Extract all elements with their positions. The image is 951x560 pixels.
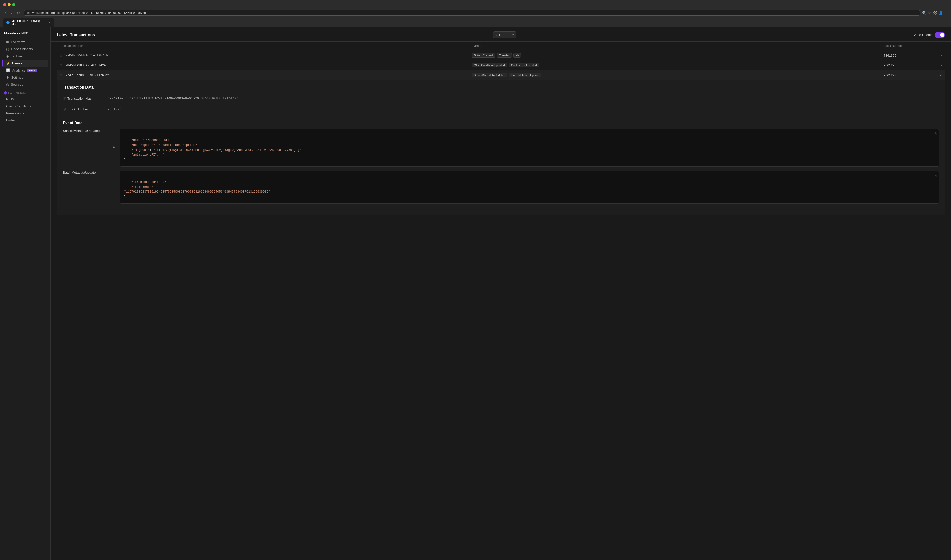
filter-select-wrapper: All Claimed Transfer Updated bbox=[493, 31, 516, 38]
event-tag: ClaimConditionsUpdated bbox=[472, 63, 507, 68]
event-tag: ContractURIUpdated bbox=[509, 63, 539, 68]
info-icon: ⓘ bbox=[63, 107, 66, 111]
menu-icon: ⋮ bbox=[945, 11, 948, 15]
close-button[interactable] bbox=[3, 3, 6, 6]
event-data-label: Event Data bbox=[63, 120, 939, 125]
transaction-data-section: Transaction Data ⓘ Transaction Hash 0x74… bbox=[63, 85, 939, 114]
beta-badge: BETA bbox=[28, 69, 37, 72]
tx-hash-value: 0x04561490354254ec074f476... bbox=[64, 63, 115, 67]
section-title: Latest Transactions bbox=[57, 33, 95, 37]
batch-metadata-code: ⎘ { "_fromTokenId": "0", "_toTokenId": "… bbox=[120, 171, 939, 204]
sidebar-item-events[interactable]: ⚡ Events bbox=[2, 60, 48, 67]
events-cell: ClaimConditionsUpdated ContractURIUpdate… bbox=[472, 63, 883, 68]
sidebar: Moonbase NFT ⊞ Overview { } Code Snippet… bbox=[0, 28, 51, 560]
refresh-button[interactable]: ↺ bbox=[15, 11, 22, 15]
data-row-hash: ⓘ Transaction Hash 0x74219ec08393fb17117… bbox=[63, 93, 939, 104]
event-tag: BatchMetadataUpdate bbox=[509, 73, 541, 77]
tx-hash-label: ⓘ Transaction Hash bbox=[63, 96, 103, 101]
settings-icon: ⚙ bbox=[6, 75, 9, 79]
table-row-expanded[interactable]: ⎘ 0x74219ec08393fb17117b3fb... SharedMet… bbox=[57, 70, 945, 80]
sidebar-item-code-snippets[interactable]: { } Code Snippets bbox=[2, 46, 48, 52]
event-tag: SharedMetadataUpdated bbox=[472, 73, 508, 77]
traffic-lights bbox=[3, 3, 15, 6]
event-data-row-batch: BatchMetadataUpdate ⎘ { "_fromTokenId": … bbox=[63, 171, 939, 204]
sidebar-item-sources[interactable]: ◎ Sources bbox=[2, 81, 48, 88]
address-bar[interactable]: thirdweb.com/moonbase-alpha/0x5647fb3dB4… bbox=[23, 10, 920, 16]
copy-icon[interactable]: ⎘ bbox=[60, 54, 62, 57]
diamond-icon bbox=[3, 91, 7, 95]
browser-chrome bbox=[0, 0, 951, 9]
table-row[interactable]: ⎘ 0x04561490354254ec074f476... ClaimCond… bbox=[57, 60, 945, 70]
transaction-data-label: Transaction Data bbox=[63, 85, 939, 89]
tab-favicon: 🔷 bbox=[6, 21, 10, 25]
tab-close-icon[interactable]: ✕ bbox=[49, 21, 51, 24]
active-tab[interactable]: 🔷 Moonbase NFT (MN) | Moo... ✕ bbox=[3, 18, 54, 27]
shared-metadata-label: SharedMetadataUpdated bbox=[63, 129, 114, 133]
filter-select[interactable]: All Claimed Transfer Updated bbox=[493, 31, 516, 38]
arrow-pointer-icon: ➤ bbox=[112, 144, 115, 152]
maximize-button[interactable] bbox=[12, 3, 15, 6]
tx-hash-cell: ⎘ 0x04561490354254ec074f476... bbox=[60, 63, 472, 67]
event-tag: TokensClaimed bbox=[472, 53, 495, 58]
back-button[interactable]: ‹ bbox=[3, 11, 7, 15]
section-header: Latest Transactions All Claimed Transfer… bbox=[51, 28, 951, 42]
chevron-down-icon[interactable]: ∨ bbox=[934, 73, 942, 77]
chevron-right-icon[interactable]: › bbox=[934, 63, 942, 67]
batch-metadata-label: BatchMetadataUpdate bbox=[63, 171, 114, 174]
sidebar-item-overview[interactable]: ⊞ Overview bbox=[2, 38, 48, 45]
tab-title: Moonbase NFT (MN) | Moo... bbox=[11, 19, 47, 26]
transactions-table: Transaction Hash Events Block Number ⎘ 0… bbox=[51, 42, 951, 215]
auto-update-row: Auto-Update bbox=[914, 32, 945, 38]
table-header: Transaction Hash Events Block Number bbox=[57, 42, 945, 51]
project-name: Moonbase NFT bbox=[0, 31, 51, 38]
nav-icons: 🔍 ☆ 🧩 👤 ⋮ bbox=[922, 11, 948, 15]
sidebar-item-claim-conditions[interactable]: Claim Conditions bbox=[2, 103, 48, 109]
nav-bar: ‹ › ↺ thirdweb.com/moonbase-alpha/0x5647… bbox=[0, 9, 951, 17]
sidebar-item-settings[interactable]: ⚙ Settings bbox=[2, 74, 48, 81]
bookmark-icon: ☆ bbox=[928, 11, 931, 15]
copy-code-icon[interactable]: ⎘ bbox=[934, 131, 937, 137]
events-cell: TokensClaimed Transfer +9 bbox=[472, 53, 883, 58]
tx-hash-value: 0x74219ec08393fb17117b3fb... bbox=[64, 73, 115, 77]
sources-icon: ◎ bbox=[6, 83, 9, 86]
extensions-header: Extensions bbox=[0, 88, 51, 95]
code-icon: { } bbox=[6, 47, 9, 51]
data-row-block: ⓘ Block Number 7861273 bbox=[63, 104, 939, 114]
minimize-button[interactable] bbox=[8, 3, 11, 6]
auto-update-toggle[interactable] bbox=[935, 32, 945, 38]
events-cell: SharedMetadataUpdated BatchMetadataUpdat… bbox=[472, 73, 883, 77]
event-data-row-shared: SharedMetadataUpdated ➤ ⎘ { "name": "Moo… bbox=[63, 129, 939, 167]
explorer-icon: ◈ bbox=[6, 54, 9, 58]
sidebar-item-explorer[interactable]: ◈ Explorer bbox=[2, 53, 48, 60]
table-row[interactable]: ⎘ 0xa04bb004d7fd61e712b74b5... TokensCla… bbox=[57, 51, 945, 60]
analytics-icon: 📊 bbox=[6, 68, 10, 72]
block-number-label: ⓘ Block Number bbox=[63, 107, 103, 111]
auto-update-label: Auto-Update bbox=[914, 33, 933, 37]
sidebar-item-permissions[interactable]: Permissions bbox=[2, 110, 48, 117]
tx-hash-cell: ⎘ 0x74219ec08393fb17117b3fb... bbox=[60, 73, 472, 77]
search-icon: 🔍 bbox=[922, 11, 926, 15]
col-action bbox=[934, 44, 942, 48]
copy-code-icon[interactable]: ⎘ bbox=[934, 173, 937, 178]
col-events: Events bbox=[472, 44, 883, 48]
overview-icon: ⊞ bbox=[6, 40, 9, 44]
info-icon: ⓘ bbox=[63, 96, 66, 101]
chevron-right-icon[interactable]: › bbox=[934, 54, 942, 57]
sidebar-item-embed[interactable]: Embed bbox=[2, 117, 48, 124]
col-hash: Transaction Hash bbox=[60, 44, 472, 48]
tx-hash-value: 0xa04bb004d7fd61e712b74b5... bbox=[64, 54, 115, 57]
sidebar-item-analytics[interactable]: 📊 Analytics BETA bbox=[2, 67, 48, 74]
event-data-section: Event Data SharedMetadataUpdated ➤ ⎘ { "… bbox=[63, 120, 939, 204]
forward-button[interactable]: › bbox=[9, 11, 14, 15]
extension-icon: 🧩 bbox=[933, 11, 937, 15]
copy-icon[interactable]: ⎘ bbox=[60, 63, 62, 67]
new-tab-button[interactable]: + bbox=[56, 20, 62, 26]
main-content: Latest Transactions All Claimed Transfer… bbox=[51, 28, 951, 560]
block-number-cell: 7861305 bbox=[883, 54, 934, 57]
sidebar-item-nfts[interactable]: NFTs bbox=[2, 95, 48, 103]
events-icon: ⚡ bbox=[6, 62, 10, 65]
shared-metadata-code: ➤ ⎘ { "name": "Moonbase NFT", "descripti… bbox=[120, 129, 939, 167]
copy-icon[interactable]: ⎘ bbox=[60, 73, 62, 77]
tx-hash-cell: ⎘ 0xa04bb004d7fd61e712b74b5... bbox=[60, 54, 472, 57]
plus-badge: +9 bbox=[513, 53, 521, 58]
